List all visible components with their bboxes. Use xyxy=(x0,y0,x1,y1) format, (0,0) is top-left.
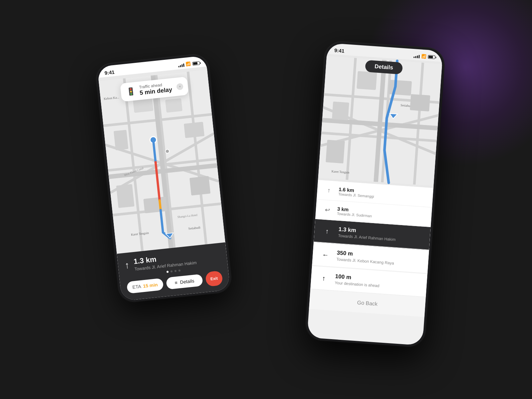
svg-rect-42 xyxy=(326,140,345,163)
svg-rect-41 xyxy=(410,94,430,111)
details-header-label: Details xyxy=(374,63,393,71)
nav-dot-3 xyxy=(174,270,177,272)
exit-label: Exit xyxy=(210,276,218,281)
eta-label: ETA xyxy=(132,284,141,290)
exit-button[interactable]: Exit xyxy=(205,270,223,287)
direction-arrow-icon: ↑ xyxy=(124,260,130,271)
eta-value: 15 min xyxy=(143,282,158,289)
signal-icon xyxy=(178,63,184,67)
map-area-front: Karet Tengsin Setiabudi Details xyxy=(318,54,442,188)
eta-button[interactable]: ETA 15 min xyxy=(126,278,164,294)
nav-list-info-3: 100 m Your destination is ahead xyxy=(334,273,380,288)
details-button[interactable]: ≡ Details xyxy=(166,274,203,290)
svg-rect-38 xyxy=(356,71,377,90)
nav-list-arrow-1: ↑ xyxy=(321,225,333,237)
details-header: Details xyxy=(365,60,403,74)
svg-rect-17 xyxy=(165,98,183,112)
svg-point-24 xyxy=(165,149,170,154)
signal-icon-front xyxy=(414,54,420,58)
traffic-light-icon: 🚦 xyxy=(125,86,137,97)
svg-rect-39 xyxy=(388,80,412,96)
battery-icon-front xyxy=(428,55,436,59)
svg-rect-40 xyxy=(332,101,349,120)
svg-rect-18 xyxy=(114,130,128,150)
svg-rect-20 xyxy=(116,184,134,208)
nav-dot-1 xyxy=(167,271,169,273)
map-area-back: West Flood Canal Shangri-La Hotel Karet … xyxy=(98,66,226,263)
battery-icon xyxy=(192,61,200,66)
phone-back: 9:41 📶 xyxy=(95,53,232,303)
wifi-icon-front: 📶 xyxy=(421,54,427,59)
svg-rect-21 xyxy=(190,176,210,196)
nav-list-arrow-3: ↑ xyxy=(318,272,330,285)
svg-rect-22 xyxy=(143,197,167,213)
map-svg-front: Karet Tengsin Setiabudi xyxy=(318,54,442,188)
nav-list-info-1: 1.3 km Towards Jl. Arief Rahman Hakim xyxy=(338,226,396,242)
phone-back-screen: 9:41 📶 xyxy=(97,56,230,301)
nav-list-arrow-2: ← xyxy=(319,248,332,261)
status-icons-back: 📶 xyxy=(178,61,200,68)
mini-nav-info-2: 3 km Towards Jl. Sudirman xyxy=(337,206,372,218)
details-label: Details xyxy=(180,278,195,285)
mini-nav-info-1: 1.6 km Towards Jl. Semanggi xyxy=(338,186,374,198)
nav-direction-row: ↑ 1.3 km Towards Jl. Arief Rahman Hakim xyxy=(124,248,221,273)
go-back-label: Go Back xyxy=(357,300,378,307)
mini-nav-arrow-up-1: ↑ xyxy=(324,185,334,196)
traffic-text: Traffic ahead 5 min delay xyxy=(139,81,173,96)
status-icons-front: 📶 xyxy=(414,53,436,60)
nav-dot-4 xyxy=(178,269,181,272)
nav-dot-2 xyxy=(171,270,173,273)
phone-front: 9:41 📶 xyxy=(305,41,445,348)
wifi-icon: 📶 xyxy=(186,62,191,67)
nav-list-front: ↑ 1.3 km Towards Jl. Arief Rahman Hakim … xyxy=(310,219,431,298)
svg-rect-19 xyxy=(184,122,204,138)
details-menu-icon: ≡ xyxy=(175,280,178,286)
mini-nav-arrow-turn-1: ↪ xyxy=(322,204,333,215)
phones-container: 9:41 📶 xyxy=(116,33,416,366)
traffic-close-button[interactable]: × xyxy=(176,83,184,90)
nav-list-info-2: 350 m Towards Jl. Kebon Kacang Raya xyxy=(336,250,395,266)
status-time-front: 9:41 xyxy=(334,48,344,54)
status-time-back: 9:41 xyxy=(104,69,115,76)
phone-front-screen: 9:41 📶 xyxy=(307,43,443,345)
